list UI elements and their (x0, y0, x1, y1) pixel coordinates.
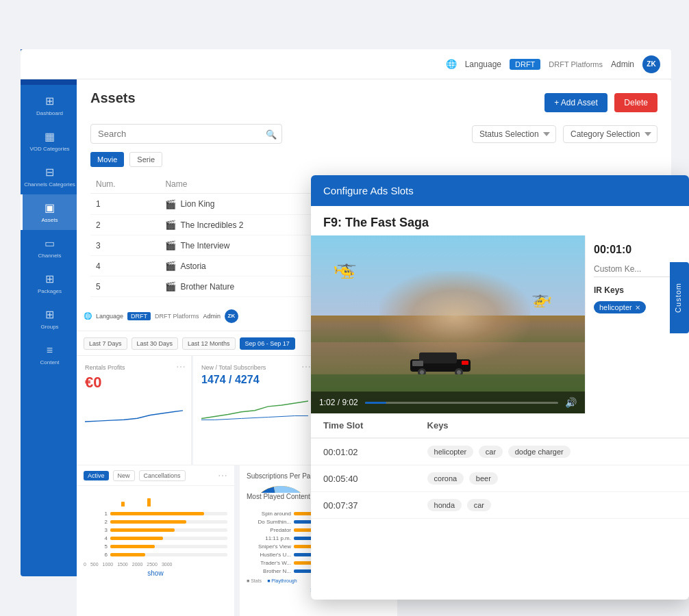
h-bar-row: 1 (84, 511, 227, 517)
status-select[interactable]: Status Selection (472, 125, 556, 143)
modal-movie-title: F9: The Fast Saga (311, 206, 689, 235)
tag-cancellations[interactable]: Cancellations (139, 470, 186, 481)
ir-key-tag: helicopter ✕ (594, 301, 646, 313)
key-car: car (479, 446, 503, 458)
tag-active[interactable]: Active (84, 471, 109, 480)
modal-header: Configure Ads Slots (311, 175, 689, 206)
groups-icon: ⊞ (45, 308, 54, 321)
sidebar-item-dashboard[interactable]: ⊞ Dashboard (21, 88, 77, 123)
key-car-2: car (467, 499, 491, 511)
svg-rect-13 (462, 361, 468, 365)
video-icon: 🎬 (165, 199, 176, 209)
packages-icon: ⊞ (45, 272, 54, 285)
sidebar-label-dashboard: Dashboard (36, 110, 63, 116)
sidebar-item-channels[interactable]: ▭ Channels (21, 230, 77, 266)
sidebar-item-packages[interactable]: ⊞ Packages (21, 266, 77, 301)
time-display: 1:02 / 9:02 (319, 398, 358, 407)
assets-icon: ▣ (45, 201, 55, 214)
slot-time-3: 00:07:37 (311, 492, 415, 519)
sidebar-item-assets[interactable]: ▣ Assets (21, 194, 77, 230)
subscribers-menu-icon[interactable]: ⋯ (301, 361, 311, 372)
video-player[interactable]: 🚁 🚁 1:02 / 9:02 🔊 (311, 235, 585, 413)
ads-slots-table: Time Slot Keys 00:01:02 helicopter car d… (311, 413, 689, 519)
toolbar: 🔍 Status Selection Category Selection (90, 124, 657, 144)
timecode-display: 00:01:0 (594, 244, 679, 256)
svg-rect-7 (419, 352, 457, 363)
sidebar-label-vod: VOD Categories (29, 146, 69, 152)
rentals-card: ⋯ Rentals Profits €0 (77, 356, 192, 465)
date-12months-btn[interactable]: Last 12 Months (182, 337, 236, 350)
subscribers-card: ⋯ New / Total Subscribers 1474 / 4274 (193, 356, 316, 465)
search-input[interactable] (90, 124, 282, 144)
col-keys: Keys (415, 413, 689, 438)
sidebar-label-channels: Channels (38, 253, 62, 259)
progress-fill (365, 402, 386, 404)
dash-platform-name: DRFT Platforms (155, 313, 199, 320)
slot-keys-2: corona beer (415, 465, 689, 492)
admin-label: Admin (611, 60, 634, 69)
filter-serie-btn[interactable]: Serie (129, 152, 162, 167)
col-num: Num. (90, 175, 160, 194)
slot-keys-1: helicopter car dodge charger (415, 438, 689, 465)
modal-title: Configure Ads Slots (323, 185, 414, 196)
sidebar-item-vod[interactable]: ▦ VOD Categories (21, 123, 77, 159)
custom-badge[interactable]: Custom (670, 262, 689, 333)
channels-cat-icon: ⊟ (45, 166, 54, 179)
left-hbar-chart: 1 2 3 4 5 6 050010001500200025003000 sho… (77, 506, 234, 616)
add-asset-button[interactable]: + Add Asset (544, 93, 607, 112)
video-icon: 🎬 (165, 281, 176, 292)
rentals-value: €0 (85, 374, 183, 392)
search-container: 🔍 (90, 124, 282, 144)
sidebar-label-assets: Assets (41, 217, 58, 223)
platform-name: DRFT Platforms (549, 60, 603, 68)
h-bar-row: 3 (84, 527, 227, 533)
dashboard-icon: ⊞ (45, 94, 54, 107)
rentals-title: Rentals Profits (85, 364, 183, 371)
nav-right: 🌐 Language DRFT DRFT Platforms Admin ZK (446, 55, 660, 73)
remove-ir-key-btn[interactable]: ✕ (635, 304, 640, 311)
subscribers-chart (201, 386, 308, 420)
sidebar-item-channels-cat[interactable]: ⊟ Channels Categories (21, 159, 77, 194)
search-icon: 🔍 (266, 129, 277, 139)
left-hbar-show-more[interactable]: show (84, 569, 227, 577)
top-nav: 🌐 Language DRFT DRFT Platforms Admin ZK (21, 49, 671, 79)
language-label: Language (465, 60, 501, 69)
volume-icon[interactable]: 🔊 (565, 397, 577, 408)
vod-icon: ▦ (45, 130, 55, 143)
key-helicopter: helicopter (427, 446, 474, 458)
dash-admin: Admin (203, 313, 221, 320)
progress-bar[interactable] (365, 402, 558, 404)
scene-background: 🚁 🚁 (311, 235, 585, 413)
subs-menu-icon[interactable]: ⋯ (218, 470, 227, 481)
helicopter-2-icon: 🚁 (531, 289, 552, 308)
date-custom-btn[interactable]: Sep 06 - Sep 17 (240, 337, 295, 350)
video-icon: 🎬 (165, 240, 176, 251)
slot-time-1: 00:01:02 (311, 438, 415, 465)
user-avatar[interactable]: ZK (642, 55, 660, 73)
delete-button[interactable]: Delete (614, 93, 657, 112)
custom-key-input[interactable] (594, 261, 679, 277)
svg-rect-12 (412, 361, 423, 366)
sidebar-item-groups[interactable]: ⊞ Groups (21, 301, 77, 337)
key-honda: honda (427, 499, 462, 511)
sidebar-label-channels-cat: Channels Categories (24, 181, 75, 188)
filter-movie-btn[interactable]: Movie (90, 152, 124, 167)
dash-avatar[interactable]: ZK (225, 309, 238, 323)
date-30days-btn[interactable]: Last 30 Days (131, 337, 179, 350)
helicopter-1-icon: 🚁 (333, 257, 357, 279)
sidebar-item-content[interactable]: ≡ Content (21, 337, 77, 372)
date-7days-btn[interactable]: Last 7 Days (84, 337, 127, 350)
h-bar-row: 6 (84, 552, 227, 558)
modal-body: F9: The Fast Saga (311, 206, 689, 596)
category-select[interactable]: Category Selection (563, 125, 657, 143)
dash-lang-label: Language (96, 313, 123, 320)
h-bar-row: 2 (84, 519, 227, 525)
filter-selects: Status Selection Category Selection (472, 125, 657, 143)
sidebar-label-content: Content (40, 359, 59, 365)
tag-new[interactable]: New (113, 470, 135, 481)
sidebar-label-packages: Packages (38, 288, 62, 294)
slot-time-2: 00:05:40 (311, 465, 415, 492)
dash-lang-icon: 🌐 (84, 312, 92, 320)
dashboard-nav: 🌐 Language DRFT DRFT Platforms Admin ZK (77, 301, 316, 331)
rentals-menu-icon[interactable]: ⋯ (176, 361, 186, 372)
